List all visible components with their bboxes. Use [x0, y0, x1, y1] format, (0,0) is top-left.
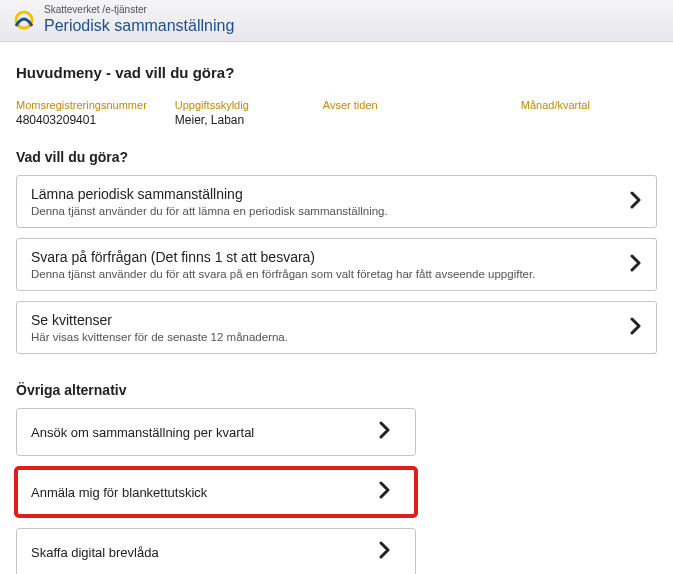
info-month: Månad/kvartal: [521, 99, 641, 127]
header-title: Periodisk sammanställning: [44, 16, 234, 35]
info-vat-label: Momsregistreringsnummer: [16, 99, 147, 111]
page-title: Huvudmeny - vad vill du göra?: [16, 64, 657, 81]
app-header: Skatteverket /e-tjänster Periodisk samma…: [0, 0, 673, 42]
header-breadcrumb: Skatteverket /e-tjänster: [44, 4, 234, 16]
info-period: Avser tiden: [323, 99, 493, 127]
section-other-title: Övriga alternativ: [16, 382, 657, 398]
card-title: Lämna periodisk sammanställning: [31, 186, 642, 202]
card-skaffa-brevlada[interactable]: Skaffa digital brevlåda: [16, 528, 416, 574]
skatteverket-logo-icon: [10, 6, 38, 34]
chevron-right-icon: [630, 191, 642, 213]
card-svara-forfragan[interactable]: Svara på förfrågan (Det finns 1 st att b…: [16, 238, 657, 291]
card-se-kvittenser[interactable]: Se kvittenser Här visas kvittenser för d…: [16, 301, 657, 354]
section-what-title: Vad vill du göra?: [16, 149, 657, 165]
info-reporter-value: Meier, Laban: [175, 113, 295, 127]
info-reporter-label: Uppgiftsskyldig: [175, 99, 295, 111]
info-vat: Momsregistreringsnummer 480403209401: [16, 99, 147, 127]
card-desc: Denna tjänst använder du för att svara p…: [31, 268, 642, 280]
chevron-right-icon: [379, 481, 391, 503]
card-desc: Här visas kvittenser för de senaste 12 m…: [31, 331, 642, 343]
card-title: Anmäla mig för blankettutskick: [31, 485, 207, 500]
card-title: Svara på förfrågan (Det finns 1 st att b…: [31, 249, 642, 265]
chevron-right-icon: [630, 317, 642, 339]
info-period-label: Avser tiden: [323, 99, 493, 111]
chevron-right-icon: [630, 254, 642, 276]
info-row: Momsregistreringsnummer 480403209401 Upp…: [16, 99, 657, 127]
chevron-right-icon: [379, 421, 391, 443]
card-desc: Denna tjänst använder du för att lämna e…: [31, 205, 642, 217]
info-vat-value: 480403209401: [16, 113, 147, 127]
card-ansok-kvartal[interactable]: Ansök om sammanställning per kvartal: [16, 408, 416, 456]
card-title: Ansök om sammanställning per kvartal: [31, 425, 254, 440]
card-title: Skaffa digital brevlåda: [31, 545, 159, 560]
info-reporter: Uppgiftsskyldig Meier, Laban: [175, 99, 295, 127]
card-anmala-blankettutskick[interactable]: Anmäla mig för blankettutskick: [16, 468, 416, 516]
card-lamna-sammanstallning[interactable]: Lämna periodisk sammanställning Denna tj…: [16, 175, 657, 228]
card-title: Se kvittenser: [31, 312, 642, 328]
chevron-right-icon: [379, 541, 391, 563]
info-month-label: Månad/kvartal: [521, 99, 641, 111]
